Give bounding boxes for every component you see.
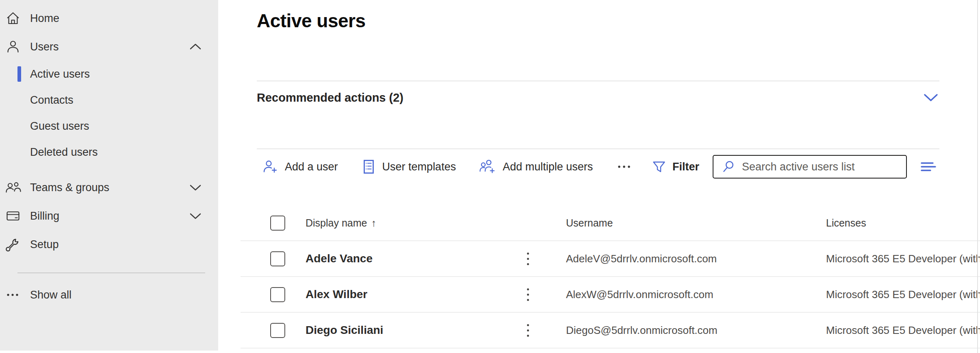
row-more-options-button[interactable] <box>521 322 534 339</box>
sidebar-item-label: Contacts <box>30 94 74 107</box>
chevron-down-icon[interactable] <box>189 212 202 220</box>
main-content: Active users Recommended actions (2) Add… <box>218 0 980 353</box>
user-icon <box>4 39 22 54</box>
table-row[interactable]: Adele Vance AdeleV@5drrlv.onmicrosoft.co… <box>241 240 980 276</box>
home-icon <box>4 11 22 26</box>
sidebar-item-contacts[interactable]: Contacts <box>0 87 218 113</box>
sidebar-item-label: Guest users <box>30 120 89 133</box>
divider <box>257 148 939 149</box>
table-row[interactable]: Alex Wilber AlexW@5drrlv.onmicrosoft.com… <box>241 276 980 312</box>
filter-label: Filter <box>672 161 699 173</box>
column-header-label: Licenses <box>826 217 866 229</box>
sidebar-item-deleted-users[interactable]: Deleted users <box>0 139 218 165</box>
sidebar-item-label: Show all <box>30 289 72 301</box>
sidebar-item-setup[interactable]: Setup <box>0 230 218 259</box>
licenses-cell: Microsoft 365 E5 Developer (withou <box>806 253 980 265</box>
sidebar-item-label: Users <box>30 41 59 53</box>
table-bottom-divider <box>241 348 980 353</box>
column-header-label: Username <box>566 217 613 229</box>
sidebar-item-label: Active users <box>30 68 90 81</box>
column-header-display-name[interactable]: Display name ↑ <box>306 217 521 229</box>
add-user-label: Add a user <box>285 161 338 173</box>
table-row[interactable]: Diego Siciliani DiegoS@5drrlv.onmicrosof… <box>241 312 980 348</box>
display-name-cell[interactable]: Adele Vance <box>306 252 521 265</box>
sort-ascending-icon: ↑ <box>371 217 376 229</box>
people-icon <box>4 180 22 195</box>
sidebar-item-label: Home <box>30 12 59 25</box>
column-header-licenses[interactable]: Licenses <box>806 217 980 229</box>
add-user-icon <box>262 159 279 175</box>
command-bar-right: Filter <box>651 155 939 179</box>
sidebar: Home Users Active users Contacts Guest <box>0 0 218 351</box>
row-checkbox[interactable] <box>270 287 285 302</box>
search-box <box>713 155 907 179</box>
page-title: Active users <box>257 10 366 32</box>
sidebar-item-label: Setup <box>30 238 59 251</box>
username-cell: AdeleV@5drrlv.onmicrosoft.com <box>546 253 806 265</box>
table-header-row: Display name ↑ Username Licenses <box>241 205 980 240</box>
user-templates-button[interactable]: User templates <box>361 159 456 175</box>
filter-button[interactable]: Filter <box>651 159 699 174</box>
add-multiple-users-label: Add multiple users <box>503 161 593 173</box>
chevron-down-icon[interactable] <box>922 92 939 104</box>
user-templates-icon <box>361 159 376 175</box>
command-bar: Add a user User templates <box>257 154 939 180</box>
add-multiple-users-button[interactable]: Add multiple users <box>479 159 593 175</box>
licenses-cell: Microsoft 365 E5 Developer (withou <box>806 288 980 301</box>
credit-card-icon <box>4 208 22 224</box>
more-ellipsis-icon <box>617 164 631 169</box>
right-edge-line <box>977 0 978 353</box>
chevron-down-icon[interactable] <box>189 184 202 191</box>
sidebar-item-active-users[interactable]: Active users <box>0 61 218 87</box>
user-templates-label: User templates <box>382 161 456 173</box>
wrench-icon <box>4 237 22 252</box>
column-header-label: Display name <box>306 217 367 229</box>
sidebar-item-guest-users[interactable]: Guest users <box>0 113 218 139</box>
sidebar-item-home[interactable]: Home <box>0 4 218 33</box>
search-icon <box>721 159 735 174</box>
sidebar-divider <box>17 272 205 273</box>
display-name-cell[interactable]: Alex Wilber <box>306 288 521 301</box>
row-more-options-button[interactable] <box>521 250 534 268</box>
nav-gap <box>0 165 218 173</box>
ellipsis-icon <box>4 287 22 303</box>
sidebar-item-label: Billing <box>30 210 59 222</box>
column-header-username[interactable]: Username <box>546 217 806 229</box>
more-actions-button[interactable] <box>616 162 633 172</box>
recommended-actions-label: Recommended actions (2) <box>257 91 403 105</box>
divider <box>257 81 939 81</box>
row-checkbox[interactable] <box>270 323 285 338</box>
add-multiple-users-icon <box>479 159 497 175</box>
sidebar-item-show-all[interactable]: Show all <box>0 281 218 309</box>
selected-indicator <box>17 66 21 82</box>
filter-funnel-icon <box>651 159 667 174</box>
sidebar-item-billing[interactable]: Billing <box>0 202 218 230</box>
sidebar-nav: Home Users Active users Contacts Guest <box>0 0 218 309</box>
sort-lines-button[interactable] <box>917 159 939 175</box>
search-input[interactable] <box>741 160 906 174</box>
username-cell: AlexW@5drrlv.onmicrosoft.com <box>546 288 806 301</box>
display-name-cell[interactable]: Diego Siciliani <box>306 324 521 337</box>
sort-lines-icon <box>919 160 938 173</box>
select-all-checkbox[interactable] <box>270 216 285 231</box>
chevron-up-icon[interactable] <box>189 43 202 50</box>
sidebar-item-label: Deleted users <box>30 146 98 159</box>
row-checkbox[interactable] <box>270 251 285 266</box>
row-more-options-button[interactable] <box>521 286 534 303</box>
command-bar-actions: Add a user User templates <box>257 159 633 175</box>
active-users-table: Display name ↑ Username Licenses Adele V… <box>241 205 980 353</box>
sidebar-item-label: Teams & groups <box>30 181 109 194</box>
add-user-button[interactable]: Add a user <box>262 159 338 175</box>
username-cell: DiegoS@5drrlv.onmicrosoft.com <box>546 324 806 337</box>
sidebar-item-users[interactable]: Users <box>0 33 218 61</box>
sidebar-item-teams-groups[interactable]: Teams & groups <box>0 173 218 202</box>
recommended-actions-section: Recommended actions (2) <box>257 86 939 109</box>
licenses-cell: Microsoft 365 E5 Developer (withou <box>806 324 980 337</box>
